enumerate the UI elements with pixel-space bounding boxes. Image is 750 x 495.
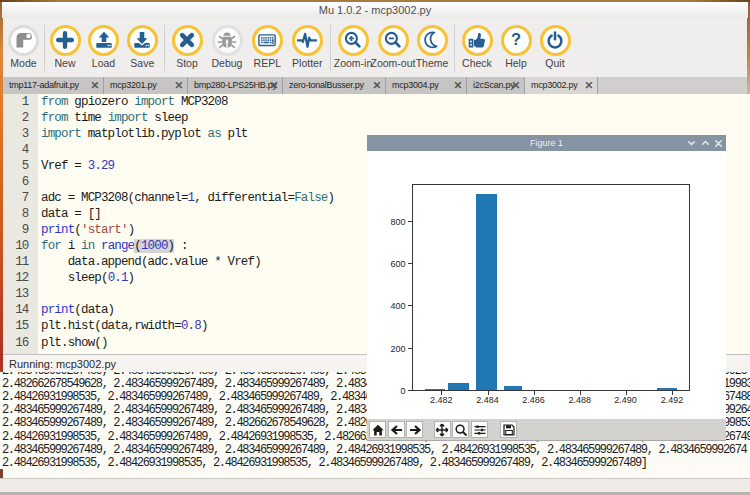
svg-text:?: ? <box>511 31 521 48</box>
